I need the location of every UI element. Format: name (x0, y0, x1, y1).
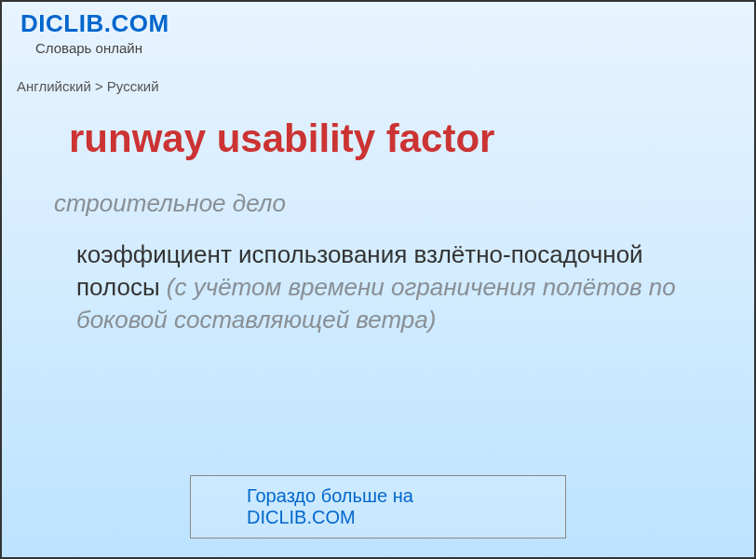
definition-text: коэффициент использования взлётно-посадо… (76, 239, 687, 336)
footer-promo-box: Гораздо больше на DICLIB.COM (190, 475, 566, 539)
term-heading: runway usability factor (69, 116, 754, 161)
site-tagline: Словарь онлайн (35, 40, 736, 56)
category-label: строительное дело (54, 189, 754, 218)
breadcrumb[interactable]: Английский > Русский (17, 78, 754, 94)
site-header: DICLIB.COM Словарь онлайн (2, 2, 754, 60)
definition-note: (с учётом времени ограничения полётов по… (76, 273, 676, 334)
more-link[interactable]: Гораздо больше на DICLIB.COM (247, 485, 413, 527)
site-title[interactable]: DICLIB.COM (20, 9, 736, 38)
